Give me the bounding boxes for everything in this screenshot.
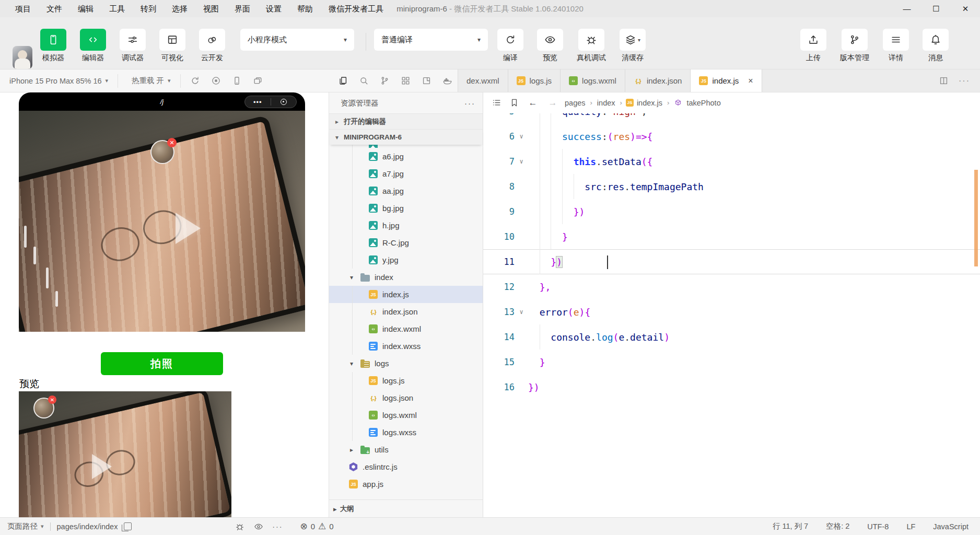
tree-file-index.wxml[interactable]: ‹›index.wxml (329, 320, 483, 338)
tree-file-logs.json[interactable]: {..}logs.json (329, 389, 483, 406)
page-path-label[interactable]: 页面路径 (7, 521, 38, 531)
split-editor-icon[interactable] (934, 76, 953, 86)
panel-button-0[interactable]: 模拟器 (40, 17, 66, 63)
action-button-0[interactable]: 编译 (497, 17, 523, 63)
more-icon[interactable]: ••• (245, 98, 271, 106)
maximize-button[interactable]: ☐ (921, 0, 951, 17)
tree-file-.eslintrc.js[interactable]: .eslintrc.js (329, 458, 483, 475)
tree-folder-index[interactable]: ▾index (329, 269, 483, 286)
tab-logs.js[interactable]: JSlogs.js (508, 69, 561, 92)
tree-folder-logs[interactable]: ▾logs (329, 355, 483, 372)
eol[interactable]: LF (906, 522, 915, 531)
outline-list-icon[interactable] (488, 98, 504, 108)
action-button-1[interactable]: 预览 (537, 17, 563, 63)
panel-button-1[interactable]: 编辑器 (80, 17, 106, 63)
bookmark-icon[interactable] (506, 98, 522, 108)
tab-index.json[interactable]: {..}index.json (625, 69, 691, 92)
problem-counts[interactable]: ⊗ 0 ⚠ 0 (300, 521, 333, 532)
take-photo-button[interactable]: 拍照 (101, 352, 223, 375)
menu-item-2[interactable]: 编辑 (70, 0, 101, 17)
outline-section[interactable]: ▸ 大纲 (329, 499, 483, 517)
explorer-more-icon[interactable]: ··· (464, 99, 475, 108)
draggable-avatar[interactable]: ✕ (150, 140, 174, 164)
minimize-button[interactable]: — (892, 0, 921, 17)
copy-path-icon[interactable] (124, 522, 132, 530)
right-action-button-2[interactable]: 详情 (883, 17, 909, 63)
avatar[interactable] (13, 46, 32, 69)
tree-file-index.wxss[interactable]: index.wxss (329, 338, 483, 355)
menu-item-10[interactable]: 微信开发者工具 (321, 0, 391, 17)
action-button-2[interactable]: 真机调试 (577, 17, 606, 63)
device-select[interactable]: iPhone 15 Pro Max 85% 16▾ (0, 77, 113, 85)
tree-file-R-C.jpg[interactable]: R-C.jpg (329, 234, 483, 251)
mode-select[interactable]: 小程序模式▾ (240, 29, 354, 51)
fold-icon[interactable]: ∨ (515, 158, 528, 165)
tree-file-index.js[interactable]: JSindex.js (329, 286, 483, 303)
docker-icon[interactable] (437, 76, 458, 86)
back-icon[interactable]: ← (524, 98, 542, 108)
breadcrumb-index[interactable]: index (596, 99, 616, 107)
code-area[interactable]: 5quality:'high',6∨success:(res)=>{7∨this… (483, 113, 980, 517)
tree-file-a6.jpg[interactable]: a6.jpg (329, 148, 483, 165)
breadcrumb-file[interactable]: index.js (636, 99, 663, 107)
code-line-5[interactable]: 5quality:'high', (483, 113, 980, 124)
fold-icon[interactable]: ∨ (515, 133, 528, 140)
refresh-simulator-icon[interactable] (185, 76, 206, 86)
menu-item-6[interactable]: 视图 (195, 0, 227, 17)
right-action-button-3[interactable]: 消息 (923, 17, 949, 63)
vconsole-bug-icon[interactable] (231, 522, 249, 531)
npm-build-icon[interactable] (416, 76, 437, 86)
close-icon[interactable]: × (748, 76, 753, 86)
menu-item-7[interactable]: 界面 (227, 0, 258, 17)
visibility-icon[interactable] (250, 522, 267, 531)
code-line-8[interactable]: 8src:res.tempImagePath (483, 174, 980, 199)
code-line-14[interactable]: 14console.log(e.detail) (483, 324, 980, 350)
compile-mode-select[interactable]: 普通编译▾ (374, 29, 488, 51)
code-line-9[interactable]: 9}) (483, 199, 980, 224)
more-icon[interactable]: ··· (269, 522, 286, 531)
menu-item-1[interactable]: 文件 (39, 0, 70, 17)
close-button[interactable]: ✕ (951, 0, 980, 17)
code-line-10[interactable]: 10} (483, 224, 980, 249)
breadcrumb-symbol[interactable]: takePhoto (685, 99, 721, 107)
encoding[interactable]: UTF-8 (867, 522, 889, 531)
language-mode[interactable]: JavaScript (933, 522, 969, 531)
tree-file-a7.jpg[interactable]: a7.jpg (329, 165, 483, 182)
menu-item-9[interactable]: 帮助 (289, 0, 321, 17)
search-icon[interactable] (353, 76, 374, 86)
hot-reload-toggle[interactable]: 热重载 开▾ (122, 76, 176, 86)
tree-file-index.json[interactable]: {..}index.json (329, 303, 483, 320)
action-button-3[interactable]: ▾清缓存 (620, 17, 646, 63)
menu-item-5[interactable]: 选择 (164, 0, 195, 17)
tree-file-logs.js[interactable]: JSlogs.js (329, 372, 483, 389)
multi-window-icon[interactable] (248, 76, 269, 86)
tree-file-logs.wxss[interactable]: logs.wxss (329, 424, 483, 441)
menu-item-3[interactable]: 工具 (101, 0, 133, 17)
home-icon[interactable] (271, 99, 297, 105)
screen-record-icon[interactable] (206, 76, 227, 86)
panel-button-3[interactable]: 可视化 (159, 17, 185, 63)
project-root-section[interactable]: ▾ MINIPROGRAM-6 (329, 129, 483, 145)
source-control-icon[interactable] (374, 76, 395, 86)
code-line-11[interactable]: 11}) (483, 249, 980, 274)
capsule-menu[interactable]: ••• (244, 96, 297, 108)
menu-item-0[interactable]: 项目 (7, 0, 39, 17)
tree-file-y.jpg[interactable]: y.jpg (329, 251, 483, 269)
tab-index.js[interactable]: JSindex.js× (691, 69, 762, 92)
extensions-icon[interactable] (395, 76, 416, 86)
forward-icon[interactable]: → (544, 98, 562, 108)
tree-file-h.jpg[interactable]: h.jpg (329, 217, 483, 234)
tree-folder-utils[interactable]: ▸utils (329, 441, 483, 458)
open-editors-section[interactable]: ▸ 打开的编辑器 (329, 113, 483, 129)
device-frame-icon[interactable] (227, 76, 248, 86)
files-explorer-icon[interactable] (332, 76, 353, 86)
code-line-7[interactable]: 7∨this.setData({ (483, 149, 980, 174)
remove-avatar-icon[interactable]: ✕ (167, 138, 177, 147)
tree-file-logs.wxml[interactable]: ‹›logs.wxml (329, 406, 483, 424)
cursor-position[interactable]: 行 11, 列 7 (773, 521, 808, 531)
panel-button-2[interactable]: 调试器 (120, 17, 146, 63)
indentation[interactable]: 空格: 2 (826, 521, 849, 531)
code-line-16[interactable]: 16}) (483, 375, 980, 400)
panel-button-4[interactable]: 云开发 (199, 17, 225, 63)
menu-item-4[interactable]: 转到 (133, 0, 164, 17)
